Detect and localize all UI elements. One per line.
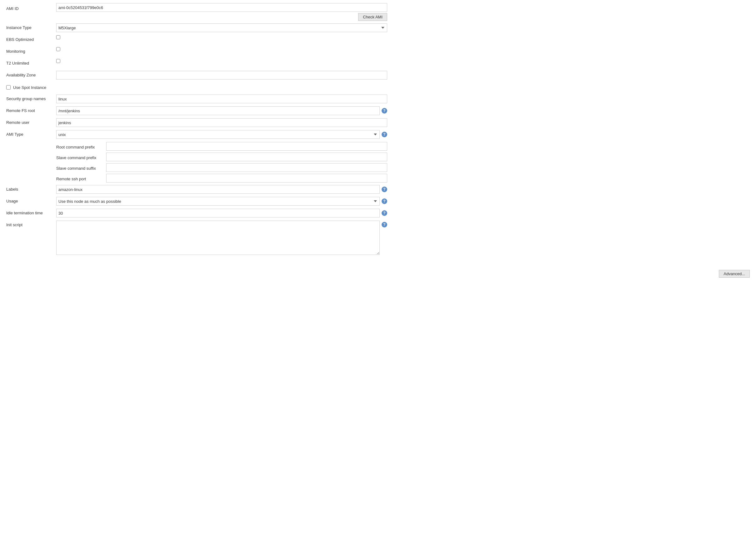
check-ami-button[interactable]: Check AMI xyxy=(358,13,387,21)
slave-command-prefix-input[interactable] xyxy=(106,153,387,161)
idle-termination-time-input[interactable] xyxy=(56,209,380,218)
labels-help-icon[interactable]: ? xyxy=(382,187,387,192)
remote-fs-root-input[interactable] xyxy=(56,106,380,115)
idle-termination-time-help-icon[interactable]: ? xyxy=(382,210,387,216)
slave-command-suffix-input[interactable] xyxy=(106,163,387,172)
instance-type-label: Instance Type xyxy=(6,23,56,30)
init-script-textarea[interactable] xyxy=(56,221,380,255)
usage-help-icon[interactable]: ? xyxy=(382,199,387,204)
t2-unlimited-label: T2 Unlimited xyxy=(6,59,56,66)
slave-command-suffix-label: Slave command suffix xyxy=(56,165,106,171)
remote-fs-root-help-icon[interactable]: ? xyxy=(382,108,387,114)
labels-label: Labels xyxy=(6,185,56,192)
monitoring-checkbox[interactable] xyxy=(56,47,60,51)
use-spot-instance-checkbox[interactable] xyxy=(6,85,11,90)
ebs-optimized-checkbox[interactable] xyxy=(56,35,60,39)
ebs-optimized-label: EBS Optimized xyxy=(6,35,56,42)
remote-user-label: Remote user xyxy=(6,118,56,125)
security-group-label: Security group names xyxy=(6,95,56,101)
availability-zone-label: Availability Zone xyxy=(6,71,56,77)
availability-zone-input[interactable] xyxy=(56,71,387,80)
init-script-help-icon[interactable]: ? xyxy=(382,222,387,228)
ami-id-input[interactable] xyxy=(56,3,387,12)
usage-select[interactable]: Use this node as much as possible Only b… xyxy=(56,197,380,206)
t2-unlimited-checkbox[interactable] xyxy=(56,59,60,63)
usage-label: Usage xyxy=(6,197,56,204)
ami-id-label: AMI ID xyxy=(6,4,56,11)
idle-termination-time-label: Idle termination time xyxy=(6,209,56,215)
slave-command-prefix-label: Slave command prefix xyxy=(56,154,106,160)
labels-input[interactable] xyxy=(56,185,380,194)
ami-type-select[interactable]: unix linux windows xyxy=(56,130,380,139)
use-spot-instance-label: Use Spot Instance xyxy=(13,85,46,90)
root-command-prefix-input[interactable] xyxy=(106,142,387,151)
init-script-label: Init script xyxy=(6,221,56,227)
instance-type-select[interactable]: M5Xlarge T2Micro T2Small T3Medium C5Larg… xyxy=(56,23,387,32)
advanced-button[interactable]: Advanced... xyxy=(719,270,750,278)
root-command-prefix-label: Root command prefix xyxy=(56,144,106,150)
remote-ssh-port-input[interactable] xyxy=(106,174,387,183)
ami-type-help-icon[interactable]: ? xyxy=(382,132,387,137)
remote-user-input[interactable] xyxy=(56,118,387,127)
ami-type-label: AMI Type xyxy=(6,130,56,137)
remote-ssh-port-label: Remote ssh port xyxy=(56,175,106,181)
monitoring-label: Monitoring xyxy=(6,47,56,54)
security-group-input[interactable] xyxy=(56,95,387,103)
remote-fs-root-label: Remote FS root xyxy=(6,106,56,113)
